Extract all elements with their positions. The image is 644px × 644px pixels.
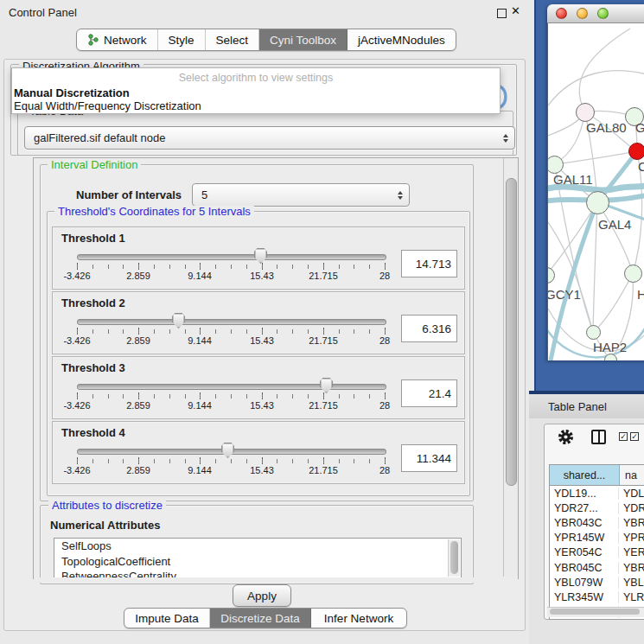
control-panel-tabs: Network Style Select Cyni Toolbox jActiv… [76,29,456,51]
dropdown-option-equal-width-frequency[interactable]: Equal Width/Frequency Discretization [12,99,500,112]
tab-cyni-toolbox-label: Cyni Toolbox [270,34,336,47]
threshold-3-label: Threshold 3 [61,361,125,374]
numerical-attributes-list: SelfLoops TopologicalCoefficient Between… [54,538,462,579]
table-row[interactable]: YER054CYER05 [550,545,644,560]
network-window-titlebar[interactable] [547,4,644,23]
tab-infer-network[interactable]: Infer Network [311,609,406,628]
dropdown-prompt: Select algorithm to view settings [12,68,500,86]
settings-scrollbar-thumb[interactable] [506,178,517,486]
table-row[interactable]: YBR043CYBR04 [550,515,644,530]
node-label: GCY1 [548,287,581,302]
apply-button[interactable]: Apply [233,584,291,607]
table-row[interactable]: YDR27...YDR27 [550,501,644,515]
combo-stepper-icon [398,191,403,200]
node-label: GAL11 [553,172,593,187]
tab-network-label: Network [104,34,147,47]
tab-select-label: Select [216,34,249,47]
tab-network[interactable]: Network [77,29,158,50]
threshold-4-label: Threshold 4 [61,426,125,439]
list-item[interactable]: TopologicalCoefficient [54,554,461,570]
tab-jactivemnodules[interactable]: jActiveMNodules [348,29,456,50]
table-horizontal-scrollbar-thumb[interactable] [550,609,640,615]
list-scrollbar-thumb[interactable] [450,541,458,574]
mac-close-icon[interactable] [556,8,567,19]
tab-cyni-toolbox[interactable]: Cyni Toolbox [259,29,348,50]
close-icon[interactable]: ✕ [511,4,520,17]
slider-minor-ticks [77,394,386,399]
threshold-1-value-field[interactable]: 14.713 [401,250,457,277]
node-selected-red[interactable] [628,143,644,160]
tab-impute-data-label: Impute Data [135,612,199,625]
network-window: GAL80 GA C GAL11 GAL4 GCY1 H HAP2 [547,4,644,360]
column-header-name[interactable]: na [620,465,644,485]
gear-icon[interactable] [558,429,574,445]
table-row[interactable]: YLR345WYLR34 [550,590,644,604]
combo-stepper-icon [503,134,508,143]
node-label: GA [635,120,644,135]
node-hap2[interactable] [586,325,601,340]
threshold-3-panel: Threshold 3 -3.4262.8599.14415.4321.7152… [52,356,465,419]
columns-icon[interactable] [591,430,606,444]
threshold-2-panel: Threshold 2 -3.4262.8599.14415.4321.7152… [52,291,465,354]
slider-minor-ticks [77,329,386,334]
list-item[interactable]: SelfLoops [54,539,461,554]
tab-jactivemnodules-label: jActiveMNodules [358,34,445,47]
column-header-shared-name[interactable]: shared... [550,465,620,485]
node-label: GAL4 [598,217,631,232]
threshold-2-label: Threshold 2 [61,296,125,309]
scrollpane-bottom-mask [34,577,518,583]
threshold-3-slider-track[interactable] [77,384,386,390]
threshold-1-slider-thumb[interactable] [254,248,267,264]
network-canvas[interactable]: GAL80 GA C GAL11 GAL4 GCY1 H HAP2 [548,23,644,360]
table-row[interactable]: YPR145WYPR14 [550,531,644,545]
threshold-2-slider-track[interactable] [77,319,386,325]
table-row[interactable]: YBL079WYBL07 [550,575,644,590]
threshold-4-slider-thumb[interactable] [221,443,234,458]
table-data-combobox[interactable]: galFiltered.sif default node [24,126,515,150]
dropdown-option-manual-discretization[interactable]: Manual Discretization [12,86,500,99]
table-row[interactable]: YBR045CYBR04 [550,560,644,575]
app-root: Control Panel ✕ Network Style Select Cyn… [0,0,644,644]
cyni-bottom-tabs: Impute Data Discretize Data Infer Networ… [124,608,407,628]
algorithm-dropdown-popup: Select algorithm to view settings Manual… [11,67,501,114]
mac-zoom-icon[interactable] [597,8,609,19]
attributes-group-title: Attributes to discretize [48,500,166,511]
thresholds-group-title: Threshold's Coordinates for 5 Intervals [54,206,254,217]
tab-discretize-data[interactable]: Discretize Data [210,609,311,628]
threshold-1-slider-track[interactable] [77,254,386,260]
threshold-4-value-field[interactable]: 11.344 [401,444,457,472]
node-label: H [637,287,644,302]
node-table: shared... na YDL19...YDL19 YDR27...YDR27… [549,464,644,620]
threshold-2-slider-thumb[interactable] [172,313,185,328]
threshold-3-value-field[interactable]: 21.4 [401,379,457,407]
mac-minimize-icon[interactable] [577,8,588,19]
node-label: C [638,159,644,174]
checkbox-icon[interactable]: ✓ [619,432,628,441]
node-label: GAL80 [586,120,627,135]
node-gal4[interactable] [586,191,609,214]
tab-infer-network-label: Infer Network [324,612,393,625]
tab-select[interactable]: Select [206,29,260,50]
table-data-selected-value: galFiltered.sif default node [34,131,165,144]
list-scrollbar[interactable] [448,539,460,577]
numerical-attributes-label: Numerical Attributes [50,519,160,532]
node-gal80[interactable] [576,103,595,122]
tab-style[interactable]: Style [158,29,206,50]
slider-minor-ticks [77,265,386,269]
threshold-1-label: Threshold 1 [61,232,125,245]
threshold-2-value-field[interactable]: 6.316 [401,315,457,342]
checkbox-icon[interactable]: ✓ [630,432,639,441]
table-panel-header: Table Panel [529,394,644,419]
slider-minor-ticks [77,459,386,463]
network-tab-icon [87,34,99,46]
tab-impute-data[interactable]: Impute Data [124,609,210,628]
table-row[interactable]: YDL19...YDL19 [550,486,644,501]
number-of-intervals-combobox[interactable]: 5 [192,183,410,207]
node-label: HAP2 [593,340,627,354]
node-bottom[interactable] [604,354,617,360]
interval-definition-title: Interval Definition [48,159,141,170]
tab-style-label: Style [169,34,194,47]
node-h[interactable] [624,265,642,283]
float-window-icon[interactable] [497,9,507,18]
threshold-3-slider-thumb[interactable] [320,378,333,393]
